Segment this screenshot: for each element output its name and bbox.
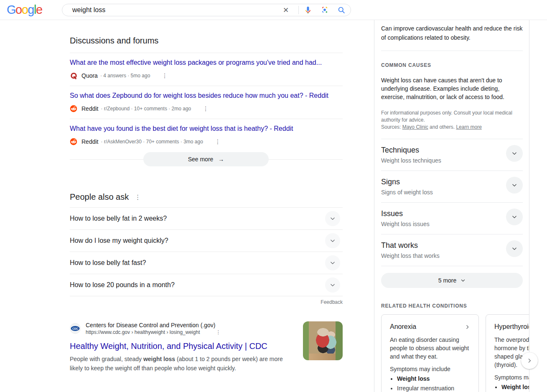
learn-more-link[interactable]: Learn more xyxy=(456,124,481,130)
accordion-title: That works xyxy=(381,241,523,250)
discussion-link[interactable]: So what does Zepbound do for weight loss… xyxy=(70,92,343,100)
accordion-signs[interactable]: Signs Signs of weight loss xyxy=(381,171,523,203)
search-result: CDC Centers for Disease Control and Prev… xyxy=(70,321,343,373)
microphone-icon[interactable] xyxy=(303,5,313,15)
paa-options-icon[interactable]: ⋮ xyxy=(135,193,141,201)
condition-description: An eating disorder causing people to obs… xyxy=(390,336,470,361)
chevron-right-icon xyxy=(527,358,532,364)
paa-question[interactable]: How to lose 20 pounds in a month? xyxy=(70,274,343,296)
paa-question-text: How to lose belly fat fast? xyxy=(70,259,146,267)
search-input[interactable]: weight loss xyxy=(72,6,281,14)
five-more-button[interactable]: 5 more xyxy=(381,273,523,288)
accordion-techniques[interactable]: Techniques Weight loss techniques xyxy=(381,139,523,171)
google-logo[interactable]: Google xyxy=(7,4,42,16)
symptom-item: Irregular menstruation xyxy=(397,384,470,392)
result-thumbnail[interactable] xyxy=(303,321,343,360)
chevron-down-icon xyxy=(460,278,466,283)
more-options-icon[interactable]: ⋮ xyxy=(216,329,221,335)
condition-name[interactable]: Hyperthyroidism xyxy=(494,323,529,331)
related-conditions-carousel: Anorexia An eating disorder causing peop… xyxy=(381,314,529,392)
paa-list: How to lose belly fat in 2 weeks? How do… xyxy=(70,207,343,296)
result-source[interactable]: Centers for Disease Control and Preventi… xyxy=(86,321,221,329)
common-causes-label: COMMON CAUSES xyxy=(381,62,523,68)
results-column: Discussions and forums What are the most… xyxy=(70,20,343,392)
search-header: Google weight loss ✕ xyxy=(0,0,547,20)
source-name[interactable]: Reddit xyxy=(81,138,98,145)
chevron-down-icon[interactable] xyxy=(325,211,340,226)
mayo-clinic-link[interactable]: Mayo Clinic xyxy=(402,124,428,130)
chevron-right-icon xyxy=(465,324,470,330)
chevron-down-icon[interactable] xyxy=(506,209,523,225)
discussion-link[interactable]: What are the most effective weight loss … xyxy=(70,59,343,67)
related-conditions-label: RELATED HEALTH CONDITIONS xyxy=(381,303,523,309)
paa-question[interactable]: How to lose belly fat in 2 weeks? xyxy=(70,208,343,230)
source-meta: · r/AskMenOver30 · 70+ comments · 3mo ag… xyxy=(101,139,203,145)
divider xyxy=(70,86,343,86)
see-more-button[interactable]: See more → xyxy=(143,152,269,166)
chevron-down-icon[interactable] xyxy=(506,145,523,162)
source-meta: · 4 answers · 5mo ago xyxy=(100,73,150,79)
source-name[interactable]: Quora xyxy=(81,72,98,79)
feedback-link[interactable]: Feedback xyxy=(70,299,343,305)
people-also-ask-title: People also ask xyxy=(70,192,129,202)
accordion-title: Signs xyxy=(381,177,523,186)
panel-disclaimer: For informational purposes only. Consult… xyxy=(381,109,523,131)
more-options-icon[interactable]: ⋮ xyxy=(162,73,168,79)
paa-question-text: How do I lose my weight quickly? xyxy=(70,237,168,244)
chevron-down-icon[interactable] xyxy=(506,240,523,257)
paa-question[interactable]: How do I lose my weight quickly? xyxy=(70,230,343,252)
divider xyxy=(381,51,523,51)
sources-mid: and others. xyxy=(428,124,456,130)
discussion-item: So what does Zepbound do for weight loss… xyxy=(70,92,343,119)
search-submit-icon[interactable] xyxy=(336,5,346,15)
discussion-link[interactable]: What have you found is the best diet for… xyxy=(70,125,343,133)
reddit-icon xyxy=(70,105,77,112)
condition-name[interactable]: Anorexia xyxy=(390,323,416,331)
more-options-icon[interactable]: ⋮ xyxy=(203,106,209,112)
more-options-icon[interactable]: ⋮ xyxy=(215,139,221,145)
chevron-down-icon[interactable] xyxy=(325,233,340,248)
symptom-item: Weight loss xyxy=(501,382,529,392)
result-url[interactable]: https://www.cdc.gov › healthyweight › lo… xyxy=(86,329,200,336)
condition-card-anorexia[interactable]: Anorexia An eating disorder causing peop… xyxy=(381,314,479,392)
panel-accordions: Techniques Weight loss techniques Signs … xyxy=(381,139,523,266)
carousel-next-button[interactable] xyxy=(521,352,538,369)
paa-question-text: How to lose belly fat in 2 weeks? xyxy=(70,215,167,222)
clear-search-icon[interactable]: ✕ xyxy=(281,5,291,15)
accordion-that-works[interactable]: That works Weight loss that works xyxy=(381,234,523,266)
paa-question[interactable]: How to lose belly fat fast? xyxy=(70,252,343,274)
chevron-down-icon[interactable] xyxy=(325,277,340,293)
sources-prefix: Sources: xyxy=(381,124,402,130)
source-name[interactable]: Reddit xyxy=(81,105,98,112)
svg-text:CDC: CDC xyxy=(72,327,78,330)
divider xyxy=(70,53,343,53)
chevron-down-icon[interactable] xyxy=(506,177,523,193)
symptoms-label: Symptoms may include xyxy=(494,373,529,382)
condition-card-hyperthyroidism[interactable]: Hyperthyroidism The overproduction of a … xyxy=(486,314,529,392)
accordion-title: Techniques xyxy=(381,145,523,155)
discussions-section-title: Discussions and forums xyxy=(70,36,343,46)
google-results-page: Google weight loss ✕ xyxy=(0,0,547,392)
accordion-subtitle: Weight loss issues xyxy=(381,221,523,227)
disclaimer-text: For informational purposes only. Consult… xyxy=(381,109,523,124)
symptom-item: Weight loss xyxy=(397,374,470,384)
chevron-down-icon[interactable] xyxy=(325,255,340,270)
symptoms-list: Weight loss Nervousness xyxy=(494,382,529,392)
symptoms-list: Weight loss Irregular menstruation Under… xyxy=(390,374,470,392)
accordion-title: Issues xyxy=(381,209,523,218)
result-title-link[interactable]: Healthy Weight, Nutrition, and Physical … xyxy=(70,341,295,351)
reddit-icon xyxy=(70,138,77,145)
cdc-favicon: CDC xyxy=(70,323,81,334)
google-lens-icon[interactable] xyxy=(320,5,330,15)
common-causes-text: Weight loss can have causes that aren't … xyxy=(381,76,523,101)
paa-question-text: How to lose 20 pounds in a month? xyxy=(70,281,175,289)
divider xyxy=(70,119,343,119)
accordion-issues[interactable]: Issues Weight loss issues xyxy=(381,203,523,234)
discussion-item: What are the most effective weight loss … xyxy=(70,59,343,86)
discussion-item: What have you found is the best diet for… xyxy=(70,125,343,145)
search-bar[interactable]: weight loss ✕ xyxy=(62,4,351,16)
accordion-subtitle: Weight loss techniques xyxy=(381,157,523,164)
search-bar-divider xyxy=(298,6,299,14)
quora-icon xyxy=(70,72,77,79)
source-meta: · r/Zepbound · 10+ comments · 2mo ago xyxy=(101,106,191,112)
